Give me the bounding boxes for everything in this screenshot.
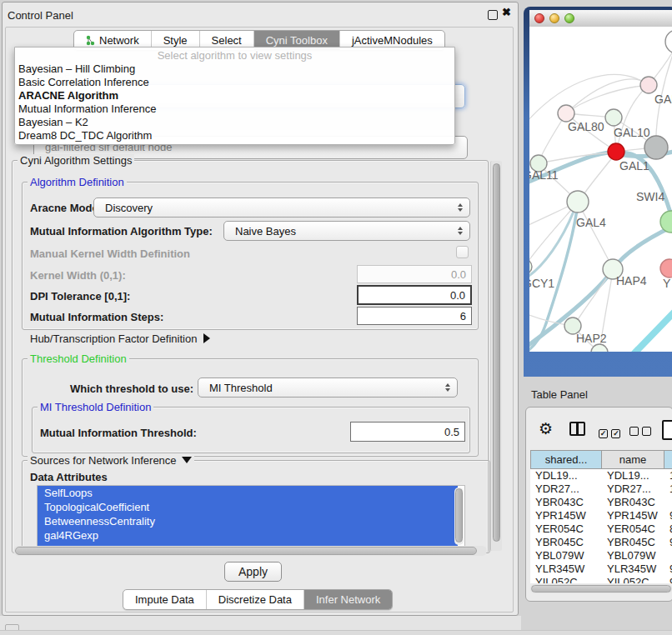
table-cell: YER054C — [530, 522, 602, 536]
hide-columns-icon[interactable] — [629, 424, 651, 439]
table-cell: YER054C — [602, 522, 664, 536]
table-row[interactable]: YDL19...YDL19...13 — [530, 469, 672, 482]
attribute-item-topologicalcoefficient[interactable]: TopologicalCoefficient — [38, 500, 458, 514]
node-table[interactable]: shared...nameYDL19...YDL19...13YDR27...Y… — [530, 450, 672, 583]
hub-definition-expander[interactable]: Hub/Transcription Factor Definition — [30, 332, 210, 345]
network-edge[interactable] — [626, 307, 672, 352]
dpi-tolerance-field[interactable]: 0.0 — [357, 285, 472, 305]
bottom-tab-infer-network[interactable]: Infer Network — [304, 590, 392, 609]
table-cell: YIL052C — [530, 576, 602, 583]
combo-arrows-icon — [458, 227, 463, 235]
combo-arrows-icon — [458, 203, 463, 212]
settings-horizontal-scrollbar[interactable] — [13, 546, 487, 556]
table-horizontal-scrollbar-thumb[interactable] — [531, 585, 671, 592]
network-node-gal10[interactable] — [605, 109, 622, 126]
table-cell: 9. — [664, 562, 672, 576]
mi-steps-label: Mutual Information Steps: — [30, 311, 163, 323]
attribute-item-selfloops[interactable]: SelfLoops — [38, 486, 458, 500]
node-label-hap2: HAP2 — [576, 332, 607, 345]
network-edge[interactable] — [529, 203, 577, 267]
table-cell: YBL079W — [602, 549, 664, 562]
table-cell: YDL19... — [602, 469, 664, 482]
aracne-mode-combo[interactable]: Discovery — [93, 198, 470, 218]
dropdown-item-basic-correlation-inference[interactable]: Basic Correlation Inference — [15, 76, 454, 89]
hub-definition-label: Hub/Transcription Factor Definition — [30, 332, 197, 345]
mi-steps-field[interactable]: 6 — [357, 307, 472, 325]
table-row[interactable]: YER054CYER054C8. — [530, 522, 672, 536]
network-node-gal4[interactable] — [567, 191, 589, 212]
table-row[interactable]: YBL079WYBL079W — [530, 549, 672, 562]
network-edge[interactable] — [574, 270, 612, 325]
collapse-down-icon[interactable] — [182, 457, 192, 463]
dropdown-item-dream8-dc-tdc-algorithm[interactable]: Dream8 DC_TDC Algorithm — [15, 129, 454, 142]
column-header-name[interactable]: name — [602, 450, 664, 469]
which-threshold-label: Which threshold to use: — [70, 382, 193, 395]
network-node-gal[interactable] — [640, 77, 657, 93]
network-node-gal1[interactable] — [608, 143, 624, 160]
minimize-traffic-light-icon[interactable] — [549, 13, 559, 23]
network-node-gal80[interactable] — [558, 105, 574, 122]
split-view-icon[interactable] — [569, 422, 585, 436]
zoom-traffic-light-icon[interactable] — [564, 13, 574, 23]
network-node-y[interactable] — [660, 259, 672, 278]
dropdown-item-bayesian-hill-climbing[interactable]: Bayesian – Hill Climbing — [15, 62, 454, 76]
bottom-tab-label: Impute Data — [135, 593, 194, 606]
network-window-titlebar[interactable] — [529, 10, 672, 28]
settings-vertical-scrollbar-thumb[interactable] — [493, 163, 500, 542]
dropdown-item-bayesian-k2[interactable]: Bayesian – K2 — [15, 116, 454, 129]
desktop: Control Panel ✖ NetworkStyleSelectCyni T… — [0, 0, 672, 635]
bottom-tab-discretize-data[interactable]: Discretize Data — [207, 590, 304, 609]
table-cell: 9. — [664, 536, 672, 549]
attribute-item-betweennesscentrality[interactable]: BetweennessCentrality — [38, 514, 458, 528]
network-node[interactable] — [665, 30, 672, 53]
gear-icon[interactable]: ⚙ — [539, 421, 553, 437]
column-header-partial[interactable] — [664, 450, 672, 469]
close-icon[interactable]: ✖ — [502, 6, 511, 18]
mi-threshold-field[interactable]: 0.5 — [350, 422, 465, 442]
list-scrollbar[interactable] — [454, 488, 464, 545]
network-node[interactable] — [591, 344, 608, 352]
table-cell: YBR043C — [530, 496, 602, 509]
mi-algorithm-type-combo[interactable]: Naive Bayes — [223, 221, 470, 241]
control-panel-title: Control Panel — [8, 9, 73, 22]
network-node[interactable] — [644, 136, 668, 159]
which-threshold-combo[interactable]: MI Threshold — [198, 378, 458, 398]
manual-kernel-checkbox[interactable] — [456, 246, 469, 258]
table-row[interactable]: YBR043CYBR043C — [530, 496, 672, 509]
node-label-gal1: GAL1 — [619, 159, 649, 172]
mi-algorithm-type-label: Mutual Information Algorithm Type: — [30, 225, 213, 238]
bottom-tabbar: Impute DataDiscretize DataInfer Network — [123, 589, 393, 610]
kernel-width-field[interactable]: 0.0 — [357, 265, 472, 283]
attribute-item-gal4rgexp[interactable]: gal4RGexp — [38, 528, 458, 542]
network-node-gcy1[interactable] — [529, 259, 532, 274]
expand-right-icon[interactable] — [203, 333, 210, 343]
show-checked-columns-icon[interactable]: ✓ ✓ — [599, 424, 620, 439]
table-cell: 9 — [664, 576, 672, 583]
node-label-gal10: GAL10 — [614, 126, 650, 139]
table-cell: YLR345W — [530, 562, 602, 576]
table-row[interactable]: YBR045CYBR045C9. — [530, 536, 672, 549]
settings-horizontal-scrollbar-thumb[interactable] — [15, 547, 477, 555]
network-edge[interactable] — [566, 79, 648, 113]
list-scrollbar-thumb[interactable] — [455, 488, 463, 542]
dropdown-item-aracne-algorithm[interactable]: ARACNE Algorithm — [15, 89, 454, 102]
close-traffic-light-icon[interactable] — [534, 13, 544, 23]
data-attributes-list[interactable]: SelfLoopsTopologicalCoefficientBetweenne… — [37, 485, 465, 548]
float-window-icon[interactable] — [488, 10, 498, 20]
table-horizontal-scrollbar[interactable] — [530, 584, 672, 593]
table-row[interactable]: YIL052CYIL052C9 — [530, 576, 672, 583]
document-icon[interactable] — [662, 420, 672, 440]
network-node-swi4[interactable] — [660, 211, 672, 232]
sources-title: Sources for Network Inference — [28, 454, 194, 467]
dropdown-item-mutual-information-inference[interactable]: Mutual Information Inference — [15, 102, 454, 116]
apply-button[interactable]: Apply — [224, 562, 282, 582]
settings-vertical-scrollbar[interactable] — [490, 161, 502, 551]
network-canvas[interactable]: GALGAL80GAL10GAL1GAL11SWI4GAL4GCY1HAP4YH… — [529, 27, 672, 352]
table-row[interactable]: YLR345WYLR345W9. — [530, 562, 672, 576]
table-row[interactable]: YDR27...YDR27...12 — [530, 482, 672, 496]
bottom-tab-impute-data[interactable]: Impute Data — [123, 590, 207, 609]
column-header-shared[interactable]: shared... — [530, 450, 602, 469]
network-edge[interactable] — [529, 152, 672, 221]
table-row[interactable]: YPR145WYPR145W9. — [530, 509, 672, 522]
network-edge[interactable] — [579, 203, 613, 268]
